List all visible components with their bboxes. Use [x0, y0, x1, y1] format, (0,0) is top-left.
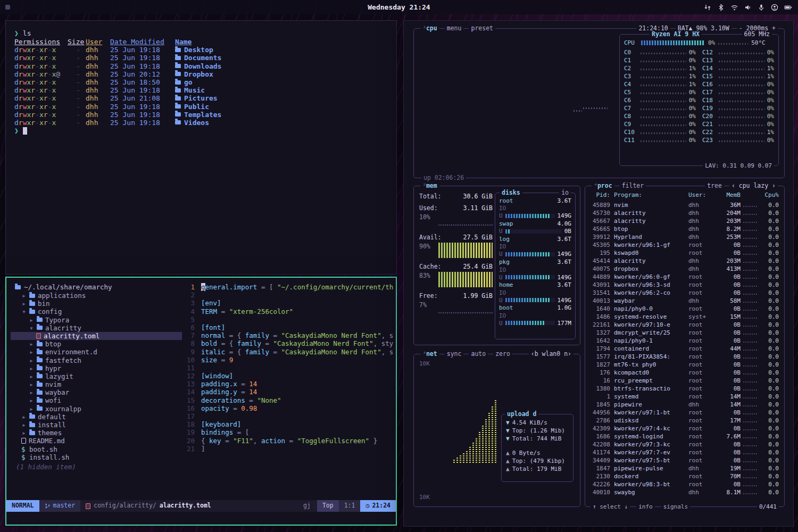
proc-row[interactable]: 42309kworker/u97:4-kcroot0B0.0	[589, 425, 780, 433]
zero-button[interactable]: zero	[493, 350, 512, 358]
proc-row[interactable]: 34409kworker/u97:5-btroot0B0.0	[589, 456, 780, 464]
proc-row[interactable]: 44956kworker/u97:1-btroot0B0.0	[589, 409, 780, 417]
proc-row[interactable]: 45889nvimdhh36M0.0	[589, 201, 780, 209]
sort-selector[interactable]: ‹ cpu lazy ›	[729, 182, 778, 190]
tree-item-themes[interactable]: ▸themes	[11, 429, 182, 437]
proc-row[interactable]: 1845pipewiredhh14M0.0	[589, 401, 780, 409]
proc-column-header[interactable]: User:	[688, 191, 716, 199]
filter-button[interactable]: filter	[620, 182, 646, 190]
proc-row[interactable]: 1827mt76-tx phy0root0B0.0	[589, 361, 780, 369]
code-line[interactable]: 1general.import = [ "~/.config/omarchy/c…	[182, 283, 396, 291]
tree-item-fastfetch[interactable]: ▸fastfetch	[11, 356, 182, 364]
tree-item-btop[interactable]: ▸btop	[11, 340, 182, 348]
proc-row[interactable]: 31541kworker/u96:2-coroot0B0.0	[589, 289, 780, 297]
code-line[interactable]: 4TERM = "xterm-256color"	[182, 307, 396, 315]
sync-button[interactable]: sync	[445, 350, 464, 358]
proc-row[interactable]: 40010swaybgdhh8.1M0.0	[589, 488, 780, 496]
code-line[interactable]: 7normal = { family = "CaskaydiaMono Nerd…	[182, 331, 396, 339]
tree-item-waybar[interactable]: ▸waybar	[11, 388, 182, 396]
proc-row[interactable]: 45414alacrittydhh203M0.0	[589, 257, 780, 265]
code-line[interactable]: 18[keyboard]	[182, 420, 396, 428]
proc-row[interactable]: 45305kworker/u96:1-gfroot0B0.0	[589, 241, 780, 249]
tree-item-nvim[interactable]: ▸nvim	[11, 380, 182, 388]
command-line[interactable]	[6, 512, 396, 525]
code-line[interactable]: 8bold = { family = "CaskaydiaMono Nerd F…	[182, 339, 396, 347]
proc-column-header[interactable]: Cpu%	[760, 191, 780, 199]
proc-row[interactable]: 43091kworker/u96:3-sdroot0B0.0	[589, 281, 780, 289]
code-line[interactable]: 13padding.x = 14	[182, 380, 396, 388]
proc-row[interactable]: 16rcu_preemptroot0B0.0	[589, 377, 780, 385]
proc-column-header[interactable]: Pid:	[589, 191, 614, 199]
workspace-indicator[interactable]	[5, 5, 10, 10]
proc-row[interactable]: 39912Hyprlanddhh253M0.0	[589, 233, 780, 241]
tree-item-environment-d[interactable]: ▸environment.d	[11, 348, 182, 356]
tree-item-config[interactable]: ▾config	[11, 307, 182, 315]
updates-icon[interactable]	[704, 4, 711, 11]
signals-button[interactable]: signals	[661, 503, 690, 511]
tree-item-wofi[interactable]: ▸wofi	[11, 396, 182, 404]
code-line[interactable]: 15decorations = "None"	[182, 396, 396, 404]
code-line[interactable]: 21]	[182, 445, 396, 453]
tree-item-install-sh[interactable]: $install.sh	[11, 453, 182, 461]
tree-item-boot-sh[interactable]: $boot.sh	[11, 445, 182, 453]
proc-row[interactable]: 40013waybardhh58M0.0	[589, 297, 780, 305]
code-line[interactable]: 19bindings = [	[182, 428, 396, 436]
tree-toggle-button[interactable]: tree	[705, 182, 724, 190]
preset-button[interactable]: preset	[469, 24, 495, 32]
proc-row[interactable]: 41174kworker/u97:7-evroot0B0.0	[589, 448, 780, 456]
proc-row[interactable]: 1794containerdroot44M0.0	[589, 345, 780, 353]
tree-item-readme-md[interactable]: README.md	[11, 437, 182, 445]
proc-row[interactable]: 1systemdroot14M0.0	[589, 393, 780, 401]
proc-row[interactable]: 44889kworker/u96:0-gfroot0B0.0	[589, 273, 780, 281]
tree-item-alacritty[interactable]: ▾alacritty	[11, 324, 182, 332]
tree-item-hypr[interactable]: ▸hypr	[11, 364, 182, 372]
code-line[interactable]: 6[font]	[182, 323, 396, 331]
proc-column-header[interactable]: MemB	[716, 191, 741, 199]
tree-root[interactable]: ~/.local/share/omarchy	[11, 283, 182, 292]
code-line[interactable]: 2	[182, 291, 396, 299]
io-mode-button[interactable]: io	[559, 189, 571, 197]
wifi-icon[interactable]	[730, 4, 738, 11]
tree-item-typora[interactable]: ▸Typora	[11, 316, 182, 324]
proc-row[interactable]: 45665btopdhh8.2M0.0	[589, 225, 780, 233]
tree-item-bin[interactable]: ▸bin	[11, 300, 182, 307]
info-button[interactable]: info	[636, 503, 655, 511]
select-buttons[interactable]: ↑ select ↓	[591, 503, 630, 511]
proc-row[interactable]: 1642napi/phy0-1root0B0.0	[589, 337, 780, 345]
proc-row[interactable]: 1380btrfs-transactioroot0B0.0	[589, 385, 780, 393]
code-line[interactable]: 3[env]	[182, 299, 396, 307]
proc-row[interactable]: 45667alacrittydhh203M0.0	[589, 217, 780, 225]
proc-row[interactable]: 195kswapd0root0B0.0	[589, 249, 780, 257]
bluetooth-icon[interactable]	[717, 4, 725, 11]
code-line[interactable]: 16opacity = 0.98	[182, 404, 396, 412]
proc-row[interactable]: 42208kworker/u97:3-kcroot0B0.0	[589, 440, 780, 448]
proc-row[interactable]: 22161kworker/u97:10-eroot0B0.0	[589, 321, 780, 329]
proc-row[interactable]: 2786udisksdroot17M0.0	[589, 417, 780, 425]
code-line[interactable]: 9italic = { family = "CaskaydiaMono Nerd…	[182, 348, 396, 356]
proc-row[interactable]: 1640napi/phy0-0root0B0.0	[589, 305, 780, 313]
proc-row[interactable]: 1577irq/81-PIXA3854:root0B0.0	[589, 353, 780, 361]
prompt-line-2[interactable]: ❯	[14, 127, 388, 135]
code-line[interactable]: 20{ key = "F11", action = "ToggleFullscr…	[182, 437, 396, 445]
proc-row[interactable]: 40075dropboxdhh413M0.0	[589, 265, 780, 273]
proc-row[interactable]: 176kcompactd0root0B0.0	[589, 369, 780, 377]
proc-row[interactable]: 1486systemd-resolvesyst+15M0.0	[589, 313, 780, 321]
tree-item-default[interactable]: ▸default	[11, 413, 182, 421]
interval-plus[interactable]: +	[772, 24, 776, 32]
battery-icon[interactable]	[784, 4, 793, 11]
tree-item-applications[interactable]: ▸applications	[11, 292, 182, 300]
proc-column-header[interactable]: Program:	[614, 191, 688, 199]
code-line[interactable]: 10size = 9	[182, 356, 396, 364]
code-line[interactable]: 12[window]	[182, 372, 396, 380]
proc-row[interactable]: 45730alacrittydhh204M0.0	[589, 209, 780, 217]
interface-selector[interactable]: ‹b wlan0 n›	[529, 350, 573, 358]
tree-item-xournalpp[interactable]: ▸xournalpp	[11, 405, 182, 413]
proc-row[interactable]: 1847pipewire-pulsedhh19M0.0	[589, 464, 780, 472]
menu-button[interactable]: menu	[445, 24, 464, 32]
proc-row[interactable]: 1686systemd-logindroot7.6M0.0	[589, 433, 780, 440]
volume-icon[interactable]	[744, 4, 752, 11]
user-icon[interactable]	[771, 4, 778, 11]
tree-item-install[interactable]: ▸install	[11, 421, 182, 429]
tree-item-alacritty-toml[interactable]: alacritty.toml	[11, 332, 182, 340]
proc-row[interactable]: 1327dmcrypt_write/25root0B0.0	[589, 329, 780, 337]
